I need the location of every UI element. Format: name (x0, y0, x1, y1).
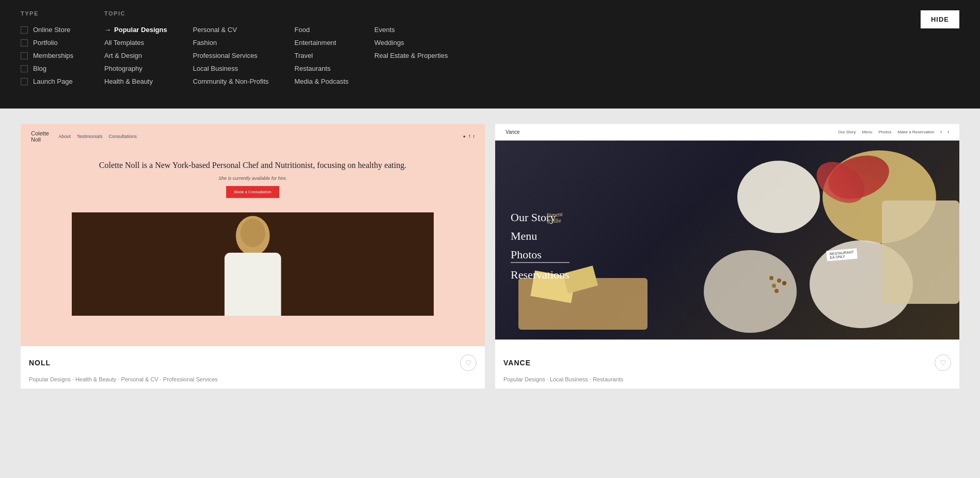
vance-nav-our-story[interactable]: Our Story (838, 130, 856, 134)
type-launch-page[interactable]: Launch Page (21, 78, 73, 85)
noll-content: Colette Noll is a New York-based Persona… (78, 149, 427, 208)
type-online-store[interactable]: Online Store (21, 26, 73, 34)
type-items: Online Store Portfolio Memberships Blog … (21, 26, 73, 85)
noll-brand: Colette Noll (31, 130, 58, 143)
topic-professional-services[interactable]: Professional Services (193, 52, 269, 59)
noll-subtext: She is currently available for hire. (99, 176, 406, 181)
heart-icon: ♡ (465, 359, 472, 367)
svg-point-3 (240, 219, 265, 247)
heart-icon-vance: ♡ (940, 359, 946, 367)
vance-nav-facebook[interactable]: f (941, 130, 942, 134)
type-blog[interactable]: Blog (21, 65, 73, 72)
noll-nav-links: About Testimonials Consultations ● f t (58, 134, 475, 139)
type-portfolio-label: Portfolio (33, 39, 58, 47)
type-label: TYPE (21, 10, 73, 17)
vance-nav-photos[interactable]: Photos (878, 130, 891, 134)
topic-health-beauty[interactable]: Health & Beauty (104, 78, 167, 85)
topic-personal-cv[interactable]: Personal & CV (193, 26, 269, 34)
instagram-icon[interactable]: ● (463, 134, 466, 139)
filter-bar: TYPE Online Store Portfolio Memberships … (0, 0, 980, 109)
topic-photography[interactable]: Photography (104, 65, 167, 72)
vance-nav-twitter[interactable]: t (948, 130, 949, 134)
topic-col-3: Food Entertainment Travel Restaurants Me… (294, 26, 349, 98)
vance-menu-overlay: Pimentd'ville Our Story Menu Photos Rese… (511, 194, 570, 286)
type-portfolio-checkbox[interactable] (21, 39, 28, 47)
noll-favorite-button[interactable]: ♡ (460, 354, 477, 371)
vance-preview[interactable]: Vance Our Story Menu Photos Make a Reser… (495, 124, 959, 346)
topic-events[interactable]: Events (374, 26, 448, 34)
svg-rect-2 (225, 253, 281, 316)
noll-nav-items: About Testimonials Consultations (58, 134, 137, 139)
noll-nav-about[interactable]: About (58, 134, 71, 139)
noll-headline: Colette Noll is a New York-based Persona… (99, 159, 406, 172)
type-memberships[interactable]: Memberships (21, 52, 73, 59)
noll-tags: Popular Designs · Health & Beauty · Pers… (21, 376, 485, 389)
twitter-icon[interactable]: t (473, 134, 475, 139)
topic-entertainment[interactable]: Entertainment (294, 39, 349, 47)
noll-nav-testimonials[interactable]: Testimonials (77, 134, 103, 139)
templates-grid: Colette Noll About Testimonials Consulta… (21, 124, 959, 389)
type-section: TYPE Online Store Portfolio Memberships … (21, 10, 73, 98)
type-portfolio[interactable]: Portfolio (21, 39, 73, 47)
vance-food-bg: RESTAURANTEA ONLY Pimentd'ville Our Stor… (495, 141, 959, 340)
vance-nav: Vance Our Story Menu Photos Make a Reser… (495, 124, 959, 141)
vance-nav-links: Our Story Menu Photos Make a Reservation… (838, 130, 949, 134)
noll-chef-image (72, 212, 434, 316)
vance-card: Vance Our Story Menu Photos Make a Reser… (495, 124, 959, 389)
vance-menu-menu[interactable]: Menu (511, 229, 570, 242)
vance-nav-menu[interactable]: Menu (862, 130, 872, 134)
noll-social-icons: ● f t (463, 134, 475, 139)
vance-menu-reservations[interactable]: Reservations (511, 268, 570, 281)
type-blog-label: Blog (33, 65, 46, 72)
topic-community[interactable]: Community & Non-Profits (193, 78, 269, 85)
type-online-store-checkbox[interactable] (21, 26, 28, 34)
type-memberships-label: Memberships (33, 52, 73, 59)
noll-preview[interactable]: Colette Noll About Testimonials Consulta… (21, 124, 485, 346)
vance-nav-reservation[interactable]: Make a Reservation (897, 130, 934, 134)
topic-local-business[interactable]: Local Business (193, 65, 269, 72)
templates-area: Colette Noll About Testimonials Consulta… (0, 109, 980, 404)
hide-button[interactable]: HIDE (921, 10, 959, 28)
vance-menu-our-story[interactable]: Our Story (511, 210, 570, 224)
vance-tags: Popular Designs · Local Business · Resta… (495, 376, 959, 389)
topic-popular-designs[interactable]: Popular Designs (104, 26, 167, 34)
topic-art-design[interactable]: Art & Design (104, 52, 167, 59)
topic-food[interactable]: Food (294, 26, 349, 34)
type-memberships-checkbox[interactable] (21, 52, 28, 59)
vance-brand: Vance (505, 129, 520, 135)
noll-card: Colette Noll About Testimonials Consulta… (21, 124, 485, 389)
type-blog-checkbox[interactable] (21, 65, 28, 72)
topic-restaurants[interactable]: Restaurants (294, 65, 349, 72)
topic-columns: Popular Designs All Templates Art & Desi… (104, 26, 448, 98)
topic-all-templates[interactable]: All Templates (104, 39, 167, 47)
vance-menu-photos[interactable]: Photos (511, 248, 570, 263)
topic-fashion[interactable]: Fashion (193, 39, 269, 47)
topic-col-1: Popular Designs All Templates Art & Desi… (104, 26, 167, 98)
noll-cta-button[interactable]: Book a Consultation (226, 186, 280, 198)
topic-section: TOPIC Popular Designs All Templates Art … (104, 10, 448, 98)
topic-label: TOPIC (104, 10, 448, 17)
vance-title: VANCE (503, 359, 531, 367)
noll-card-footer: NOLL ♡ (21, 346, 485, 376)
facebook-icon[interactable]: f (469, 134, 470, 139)
type-launch-page-checkbox[interactable] (21, 78, 28, 85)
vance-favorite-button[interactable]: ♡ (935, 354, 951, 371)
noll-nav-consultations[interactable]: Consultations (108, 134, 137, 139)
topic-col-4: Events Weddings Real Estate & Properties (374, 26, 448, 98)
noll-title: NOLL (29, 359, 51, 367)
type-online-store-label: Online Store (33, 26, 70, 34)
topic-col-2: Personal & CV Fashion Professional Servi… (193, 26, 269, 98)
topic-travel[interactable]: Travel (294, 52, 349, 59)
noll-photo (72, 212, 434, 316)
topic-weddings[interactable]: Weddings (374, 39, 448, 47)
topic-real-estate[interactable]: Real Estate & Properties (374, 52, 448, 59)
noll-nav: Colette Noll About Testimonials Consulta… (21, 124, 485, 149)
vance-card-footer: VANCE ♡ (495, 346, 959, 376)
topic-media-podcasts[interactable]: Media & Podcasts (294, 78, 349, 85)
type-launch-page-label: Launch Page (33, 78, 73, 85)
